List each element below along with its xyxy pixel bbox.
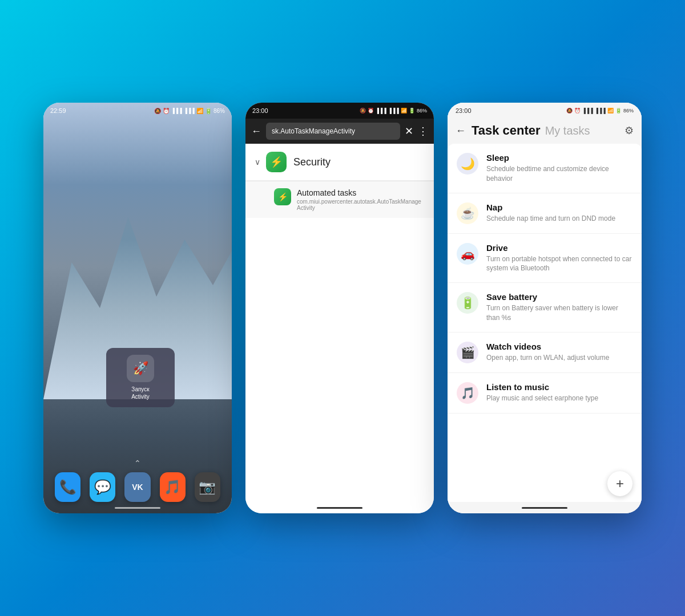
security-list: ∨ ⚡ Security ⚡ Automated tasks com.miui.… [245,144,434,502]
back-button-browser[interactable]: ← [251,125,261,137]
popup-label: Запуск Activity [131,386,150,400]
save-battery-icon: 🔋 [457,292,478,314]
signal2c-icon: ▐▐▐ [595,108,606,114]
signal2-icon: ▐▐▐ [184,108,195,114]
save-battery-text: Save battery Turn on Battery saver when … [486,292,632,323]
dock-messages[interactable]: 💬 [90,472,115,502]
browser-menu-button[interactable]: ⋮ [418,125,428,137]
task-item-save-battery[interactable]: 🔋 Save battery Turn on Battery saver whe… [448,283,642,333]
security-app-icon: ⚡ [266,152,287,172]
popup-icon: 🚀 [127,355,154,382]
home-indicator-phone3 [448,502,642,513]
status-bar-phone2: 23:00 🔕 ⏰ ▐▐▐ ▐▐▐ 📶 🔋 86% [245,103,434,119]
dock-camera[interactable]: 📷 [195,472,220,502]
listen-music-text: Listen to music Play music and select ea… [486,382,632,403]
home-bar [317,507,362,509]
save-battery-title: Save battery [486,292,632,302]
task-item-listen-music[interactable]: 🎵 Listen to music Play music and select … [448,373,642,414]
home-bar-phone3 [522,507,567,509]
alarm-icon2: ⏰ [368,108,374,114]
nap-text: Nap Schedule nap time and turn on DND mo… [486,202,632,224]
time-phone1: 22:59 [50,107,66,114]
automated-tasks-url: com.miui.powercenter.autotask.AutoTaskMa… [297,198,425,211]
battery-icon3: 🔋 [615,108,622,114]
battery-pct-phone1: 86% [213,108,225,114]
save-battery-desc: Turn on Battery saver when battery is lo… [486,303,632,323]
nav-indicator: ⌃ [134,459,141,468]
task-title-row: Task center My tasks [472,123,590,138]
home-indicator-phone1 [115,507,160,509]
task-header: ← Task center My tasks ⚙ [448,119,642,144]
time-phone3: 23:00 [456,107,472,114]
home-indicator-phone2 [245,502,434,513]
wifi-icon3: 📶 [607,108,614,114]
task-center-title: Task center [472,123,541,138]
phone1: 22:59 🔕 ⏰ ▐▐▐ ▐▐▐ 📶 🔋 86% 🚀 Запуск Activ… [43,103,232,513]
my-tasks-subtitle: My tasks [545,124,590,137]
task-list: 🌙 Sleep Schedule bedtime and customize d… [448,144,642,502]
status-icons-phone3: 🔕 ⏰ ▐▐▐ ▐▐▐ 📶 🔋 86% [566,108,634,114]
dnd-icon: 🔕 [154,108,161,114]
watch-videos-desc: Open app, turn on WLAN, adjust volume [486,353,632,363]
task-item-sleep[interactable]: 🌙 Sleep Schedule bedtime and customize d… [448,144,642,193]
automated-tasks-icon: ⚡ [274,188,291,205]
dnd-icon3: 🔕 [566,108,573,114]
wifi-icon2: 📶 [401,108,407,114]
security-subitem[interactable]: ⚡ Automated tasks com.miui.powercenter.a… [245,181,434,218]
automated-tasks-name: Automated tasks [297,188,425,197]
signal-icon3: ▐▐▐ [582,108,593,114]
chevron-icon: ∨ [255,157,260,167]
watch-videos-title: Watch videos [486,342,632,351]
listen-music-icon: 🎵 [457,382,478,404]
dock-music[interactable]: 🎵 [160,472,186,502]
settings-gear-icon[interactable]: ⚙ [624,124,634,137]
sleep-desc: Schedule bedtime and customize device be… [486,164,632,184]
wifi-icon: 📶 [196,108,203,114]
task-header-left: ← Task center My tasks [456,123,590,138]
back-button-task[interactable]: ← [456,125,466,137]
battery-icon2: 🔋 [409,108,415,114]
battery-pct-phone3: 86% [623,108,634,114]
nap-icon: ☕ [457,202,478,224]
status-icons-phone1: 🔕 ⏰ ▐▐▐ ▐▐▐ 📶 🔋 86% [154,108,225,114]
task-item-nap[interactable]: ☕ Nap Schedule nap time and turn on DND … [448,193,642,234]
security-subitem-text: Automated tasks com.miui.powercenter.aut… [297,188,425,211]
app-popup[interactable]: 🚀 Запуск Activity [106,348,175,407]
add-task-button[interactable]: + [607,471,632,496]
signal2b-icon: ▐▐▐ [388,108,399,114]
status-icons-phone2: 🔕 ⏰ ▐▐▐ ▐▐▐ 📶 🔋 86% [360,108,427,114]
battery-icon: 🔋 [205,108,212,114]
drive-text: Drive Turn on portable hotspot when conn… [486,243,632,274]
dock-vk[interactable]: VK [124,472,150,502]
add-icon: + [616,476,624,492]
task-item-drive[interactable]: 🚗 Drive Turn on portable hotspot when co… [448,234,642,283]
security-header[interactable]: ∨ ⚡ Security [245,144,434,181]
task-item-watch-videos[interactable]: 🎬 Watch videos Open app, turn on WLAN, a… [448,333,642,373]
drive-desc: Turn on portable hotspot when connected … [486,254,632,274]
drive-title: Drive [486,243,632,253]
watch-videos-text: Watch videos Open app, turn on WLAN, adj… [486,342,632,363]
battery-pct-phone2: 86% [417,108,427,114]
nap-title: Nap [486,202,632,212]
sleep-text: Sleep Schedule bedtime and customize dev… [486,153,632,184]
status-bar-phone3: 23:00 🔕 ⏰ ▐▐▐ ▐▐▐ 📶 🔋 86% [448,103,642,119]
listen-music-desc: Play music and select earphone type [486,394,632,403]
alarm-icon: ⏰ [163,108,170,114]
dock-phone[interactable]: 📞 [55,472,80,502]
nap-desc: Schedule nap time and turn on DND mode [486,214,632,224]
wallpaper [43,103,232,513]
listen-music-title: Listen to music [486,382,632,392]
browser-url-bar[interactable]: sk.AutoTaskManageActivity [266,123,400,140]
close-tab-button[interactable]: ✕ [405,125,413,137]
watch-videos-icon: 🎬 [457,342,478,363]
signal-icon: ▐▐▐ [171,108,182,114]
signal-icon2: ▐▐▐ [376,108,386,114]
security-title: Security [293,156,331,168]
sleep-title: Sleep [486,153,632,163]
alarm-icon3: ⏰ [574,108,581,114]
phone3: 23:00 🔕 ⏰ ▐▐▐ ▐▐▐ 📶 🔋 86% ← Task center … [448,103,642,513]
phone2: 23:00 🔕 ⏰ ▐▐▐ ▐▐▐ 📶 🔋 86% ← sk.AutoTaskM… [245,103,434,513]
status-bar-phone1: 22:59 🔕 ⏰ ▐▐▐ ▐▐▐ 📶 🔋 86% [43,103,232,119]
browser-toolbar: ← sk.AutoTaskManageActivity ✕ ⋮ [245,119,434,144]
time-phone2: 23:00 [252,107,268,114]
